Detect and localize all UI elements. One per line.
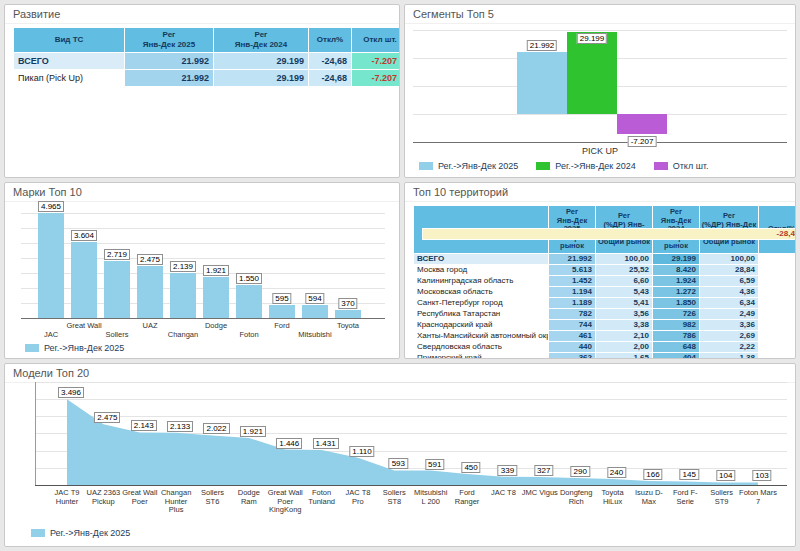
row-label[interactable]: Свердловская область — [414, 341, 549, 352]
value-label: 2.475 — [137, 254, 163, 265]
panel-models-top20: Модели Топ 20 3.496JAC T9 Hunter2.475UAZ… — [4, 363, 796, 547]
x-axis-label: Foton Tunland — [303, 489, 341, 506]
value-label: 1.431 — [313, 438, 339, 449]
column-header[interactable]: Вид ТС — [14, 28, 125, 53]
row-label[interactable]: Ханты-Мансийский автономный округ — [414, 330, 549, 341]
value-label: 370 — [338, 298, 357, 309]
cell-value: 29.199 — [214, 70, 309, 87]
panel-segments-top5: Сегменты Топ 5 21.99229.199-7.207PICK UP… — [404, 4, 796, 178]
row-label[interactable]: ВСЕГО — [14, 53, 125, 70]
x-axis-label: UAZ 2363 Pickup — [84, 489, 122, 506]
value-label: 327 — [534, 465, 553, 476]
arrow-down-icon: ↓ — [400, 56, 401, 66]
row-label[interactable]: Республика Татарстан — [414, 308, 549, 319]
row-label[interactable]: Приморский край — [414, 352, 549, 359]
development-table: Вид ТС Рег Янв-Дек 2025 Рег Янв-Дек 2024… — [13, 27, 400, 87]
cell-value: -24,68 — [309, 70, 352, 87]
value-label: 594 — [305, 293, 324, 304]
cell-delta: -7.207 ↓ — [352, 53, 401, 70]
bar-jac[interactable] — [38, 213, 64, 318]
value-label: 1.550 — [236, 273, 262, 284]
row-label[interactable]: Пикап (Pick Up) — [14, 70, 125, 87]
cell-value: 982 — [653, 319, 700, 330]
row-label[interactable]: Московская область — [414, 286, 549, 297]
chart-legend: Рег.->Янв-Дек 2025Рег.->Янв-Дек 2024Откл… — [419, 161, 708, 171]
value-label: 21.992 — [527, 40, 557, 51]
x-axis-label: Mitsubishi L 200 — [412, 489, 450, 506]
value-label: 2.133 — [167, 421, 193, 432]
row-label[interactable]: Краснодарский край — [414, 319, 549, 330]
x-axis-line — [21, 318, 385, 319]
value-label: 1.921 — [240, 426, 266, 437]
row-label[interactable]: Санкт-Петербург город — [414, 297, 549, 308]
cell-value: 28,84 — [700, 264, 759, 275]
panel-development: Развитие Вид ТС Рег Янв-Дек 2025 Рег Янв… — [4, 4, 400, 178]
dashboard: { "panels": { "development": { "title": … — [0, 0, 800, 551]
legend-item: Рег.->Янв-Дек 2025 — [419, 161, 518, 171]
bar-changan[interactable] — [170, 273, 196, 318]
bar-uaz[interactable] — [137, 266, 163, 318]
bar-2025[interactable] — [517, 52, 567, 114]
bar-dodge[interactable] — [203, 277, 229, 318]
area-series[interactable] — [5, 382, 795, 486]
cell-value: 2,22 — [700, 341, 759, 352]
territories-table: Рег Янв-Дек 2025 Общий рынок Рег (%ДР) Я… — [413, 205, 796, 359]
legend-item: Откл шт. — [654, 161, 709, 171]
cell-value: 21.992 — [125, 53, 214, 70]
x-axis-label: Sollers ST6 — [193, 489, 231, 506]
legend-swatch-icon — [654, 162, 668, 170]
cell-value: 25,52 — [596, 264, 653, 275]
bar-toyota[interactable] — [335, 310, 361, 318]
value-label: 2.719 — [104, 249, 130, 260]
column-header[interactable]: Рег Янв-Дек 2024 — [214, 28, 309, 53]
row-label[interactable]: ВСЕГО — [414, 253, 549, 264]
value-label: 104 — [716, 470, 735, 481]
legend-swatch-icon — [536, 162, 550, 170]
row-label[interactable]: Калининградская область — [414, 275, 549, 286]
bar-delta[interactable] — [617, 114, 667, 134]
cell-value: 5,43 — [596, 286, 653, 297]
panel-title: Развитие — [5, 5, 399, 24]
table-row: Приморский край3621,654041,38-10,40 ↓ — [414, 352, 797, 359]
table-row: Москва город5.61325,528.42028,84-33,34 ↓ — [414, 264, 797, 275]
cell-value: 21.992 — [549, 253, 596, 264]
value-label: -7.207 — [628, 136, 657, 147]
column-header[interactable]: Откл шт. — [352, 28, 401, 53]
table-row: Свердловская область4402,006482,22-32,10… — [414, 341, 797, 352]
bar-mitsubishi[interactable] — [302, 305, 328, 318]
cell-value: 1.850 — [653, 297, 700, 308]
cell-value: 5,41 — [596, 297, 653, 308]
panel-brands-top10: Марки Топ 10 4.965JAC3.604Great Wall2.71… — [4, 182, 400, 359]
value-label: 2.022 — [203, 423, 229, 434]
value-label: 4.965 — [38, 201, 64, 212]
table-row: ВСЕГО21.99229.199-24,68-7.207 ↓ — [14, 53, 401, 70]
bar-ford[interactable] — [269, 305, 295, 318]
x-axis-label: Ford F-Serie — [666, 489, 704, 506]
value-label: 2.475 — [94, 412, 120, 423]
cell-value: 440 — [549, 341, 596, 352]
bar-sollers[interactable] — [104, 261, 130, 318]
cell-value: 726 — [653, 308, 700, 319]
value-label: 3.496 — [58, 387, 84, 398]
cell-value: 786 — [653, 330, 700, 341]
table-row: Краснодарский край7443,389823,36-24,24 ↓ — [414, 319, 797, 330]
row-label[interactable]: Москва город — [414, 264, 549, 275]
column-header[interactable]: Рег Янв-Дек 2025 — [125, 28, 214, 53]
x-axis-label: Toyota — [337, 321, 359, 330]
bar-2024[interactable] — [567, 32, 617, 114]
cell-value: 3,56 — [596, 308, 653, 319]
table-row: ВСЕГО21.992100,0029.199100,00-24,68 ↓ — [414, 253, 797, 264]
legend-label: Откл шт. — [673, 161, 709, 171]
cell-value: -24,68 — [309, 53, 352, 70]
cell-value: 6,60 — [596, 275, 653, 286]
column-header[interactable]: Откл% — [309, 28, 352, 53]
legend-item: Рег.->Янв-Дек 2025 — [31, 528, 130, 538]
legend-item: Рег.->Янв-Дек 2025 — [25, 343, 124, 353]
value-label: 1.921 — [203, 265, 229, 276]
x-axis-label: JAC T8 Pro — [339, 489, 377, 506]
legend-swatch-icon — [31, 529, 45, 537]
bar-foton[interactable] — [236, 285, 262, 318]
legend-label: Рег.->Янв-Дек 2025 — [438, 161, 518, 171]
cell-value: 100,00 — [700, 253, 759, 264]
bar-great-wall[interactable] — [71, 242, 97, 318]
